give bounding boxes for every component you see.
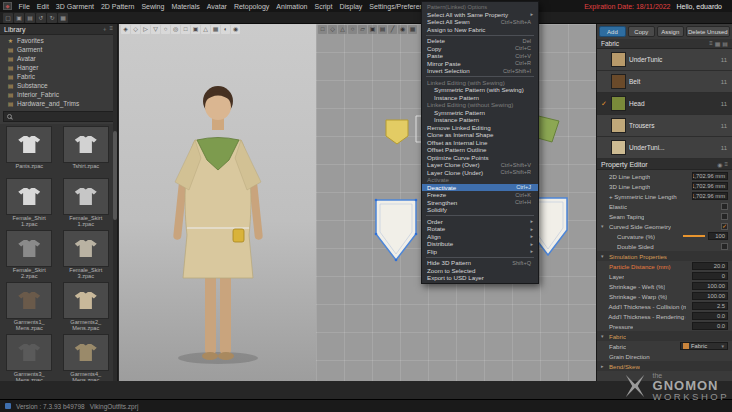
context-menu-item[interactable]: Export to USD Layer xyxy=(422,274,538,282)
property-row[interactable]: Layer 0 0▼ xyxy=(597,271,732,281)
library-tree-item[interactable]: ▤ Interior_Fabric xyxy=(0,90,117,99)
list-view-icon[interactable]: ≡ xyxy=(709,40,713,47)
curvature-slider[interactable] xyxy=(683,235,705,237)
property-row[interactable]: 3D Line Length 1,702.96 mm 1,702.96 mm▼ xyxy=(597,181,732,191)
context-menu-item[interactable]: Zoom to Selected xyxy=(422,267,538,275)
property-value-field[interactable]: 1,702.96 mm xyxy=(692,172,728,180)
fabric-row[interactable]: ✓ Head 11 xyxy=(597,93,732,115)
library-asset[interactable]: Female_Skirt 3.zpac xyxy=(59,230,114,280)
menu-item[interactable]: Materials xyxy=(168,3,203,10)
library-panel-header[interactable]: Library ＋≡ xyxy=(0,24,117,35)
tab-fabric[interactable]: Fabric xyxy=(601,40,619,47)
fabric-thumbnail[interactable] xyxy=(611,140,626,155)
grid-icon[interactable]: ▦ xyxy=(211,25,220,34)
grid-view-icon[interactable]: ▦ xyxy=(715,40,721,47)
show-garment-icon[interactable]: □ xyxy=(181,25,190,34)
rectangle-tool-icon[interactable]: ▣ xyxy=(368,25,377,34)
context-menu-item[interactable]: Offset Pattern Outline xyxy=(422,146,538,154)
fabric-row[interactable]: Belt 11 xyxy=(597,71,732,93)
viewport-3d[interactable]: ◈◇▷▽○◎□▣△▦◐◉ xyxy=(119,24,316,381)
camera-icon[interactable]: ◉ xyxy=(231,25,240,34)
library-asset[interactable]: Female_Skirt 1.zpac xyxy=(59,178,114,228)
context-menu-item[interactable]: Select All Sewn Ctrl+Shift+A xyxy=(422,18,538,26)
asset-thumbnail[interactable] xyxy=(63,230,109,267)
context-menu-item[interactable]: Deactivate Ctrl+J xyxy=(422,184,538,192)
select-tool-icon[interactable]: ◈ xyxy=(121,25,130,34)
menu-item[interactable]: File xyxy=(15,3,33,10)
menu-item[interactable]: Retopology xyxy=(230,3,272,10)
account-greeting[interactable]: Hello, eduardo xyxy=(676,3,722,10)
context-menu-item[interactable]: Paste Ctrl+V xyxy=(422,52,538,60)
context-menu-item[interactable]: Distribute ▸ xyxy=(422,240,538,248)
context-menu-item[interactable]: Symmetric Pattern xyxy=(422,109,538,117)
property-editor-header[interactable]: Property Editor ◉≡ xyxy=(597,159,732,170)
fabric-row[interactable]: UnderTunic 11 xyxy=(597,49,732,71)
checkbox[interactable]: ✓ xyxy=(721,223,728,230)
context-menu-item[interactable]: Instance Pattern xyxy=(422,116,538,124)
expander-icon[interactable]: ▾ xyxy=(601,253,606,259)
context-menu-item[interactable]: Activate xyxy=(422,176,538,184)
move-tool-icon[interactable]: ◇ xyxy=(131,25,140,34)
simulate-icon[interactable]: ▷ xyxy=(141,25,150,34)
fabric-thumbnail[interactable] xyxy=(611,118,626,133)
context-menu-item[interactable]: Offset as Internal Line xyxy=(422,139,538,147)
shade-icon[interactable]: ◐ xyxy=(221,25,230,34)
avatar-3d[interactable] xyxy=(133,40,303,370)
property-row[interactable]: Curvature (%) 100 100▼ xyxy=(597,231,732,241)
menu-item[interactable]: Script xyxy=(311,3,336,10)
context-menu-item[interactable]: Delete Del xyxy=(422,37,538,45)
library-search-input[interactable] xyxy=(3,111,114,122)
property-value-field[interactable]: 20.0 xyxy=(692,262,728,270)
library-tree-item[interactable]: ▤ Hardware_and_Trims xyxy=(0,99,117,108)
panel-menu-icon[interactable]: ≡ xyxy=(724,161,728,168)
context-menu-item[interactable]: Symmetric Pattern (with Sewing) xyxy=(422,86,538,94)
context-menu-item[interactable]: Assign to New Fabric xyxy=(422,26,538,34)
library-tree-item[interactable]: ▤ Fabric xyxy=(0,72,117,81)
property-row[interactable]: Double Sided ▼ xyxy=(597,241,732,251)
property-value-field[interactable]: 0.0 xyxy=(692,312,728,320)
fabric-select[interactable]: Fabric▼ xyxy=(680,342,728,350)
property-row[interactable]: Add'l Thickness - Rendering (mm) 0.0 0.0… xyxy=(597,311,732,321)
fabric-action-button[interactable]: Assign xyxy=(657,26,684,37)
expander-icon[interactable]: ▾ xyxy=(601,333,606,339)
fabric-action-button[interactable]: Add xyxy=(599,26,626,37)
fabric-action-button[interactable]: Copy xyxy=(628,26,655,37)
menu-item[interactable]: Animation xyxy=(273,3,311,10)
asset-thumbnail[interactable] xyxy=(6,126,52,163)
menu-item[interactable]: Avatar xyxy=(203,3,230,10)
library-asset[interactable]: Tshirt.zpac xyxy=(59,126,114,176)
asset-thumbnail[interactable] xyxy=(63,178,109,215)
context-menu-item[interactable]: Instance Pattern xyxy=(422,94,538,102)
context-menu-item[interactable]: Hide 3D Pattern Shift+Q xyxy=(422,259,538,267)
circle-tool-icon[interactable]: ○ xyxy=(348,25,357,34)
library-asset[interactable]: Female_Shirt 1.zpac xyxy=(2,178,57,228)
pin-icon[interactable]: ◉ xyxy=(717,161,722,168)
checkbox[interactable] xyxy=(721,213,728,220)
display-settings-icon[interactable]: ▦ xyxy=(58,13,68,23)
add-point-icon[interactable]: △ xyxy=(338,25,347,34)
fabric-thumbnail[interactable] xyxy=(611,74,626,89)
context-menu-item[interactable]: Clone as Internal Shape xyxy=(422,131,538,139)
library-tree-item[interactable]: ▤ Avatar xyxy=(0,54,117,63)
property-row[interactable]: Shrinkage - Weft (%) 100.00 100.00▼ xyxy=(597,281,732,291)
fabric-row[interactable]: UnderTuni... 11 xyxy=(597,137,732,159)
library-scrollbar[interactable] xyxy=(113,24,117,381)
asset-thumbnail[interactable] xyxy=(6,334,52,371)
fabric-row[interactable]: Trousers 11 xyxy=(597,115,732,137)
property-row[interactable]: 2D Line Length 1,702.96 mm 1,702.96 mm▼ xyxy=(597,171,732,181)
open-file-icon[interactable]: ▣ xyxy=(14,13,24,23)
context-menu-item[interactable]: Linked Editing (without Sewing) xyxy=(422,101,538,109)
context-menu-item[interactable]: Remove Linked Editing xyxy=(422,124,538,132)
property-row[interactable]: ▸ Bend/Skew ▼ xyxy=(597,361,732,371)
menu-item[interactable]: Display xyxy=(336,3,366,10)
zoom-tool-icon[interactable]: ○ xyxy=(161,25,170,34)
library-asset[interactable]: Pants.zpac xyxy=(2,126,57,176)
context-menu-item[interactable]: Solidify xyxy=(422,206,538,214)
property-value-field[interactable]: 1,702.96 mm xyxy=(692,192,728,200)
context-menu-item[interactable]: Mirror Paste Ctrl+R xyxy=(422,60,538,68)
context-menu-item[interactable]: Select All with Same Property ▸ xyxy=(422,11,538,19)
checkbox[interactable] xyxy=(721,243,728,250)
asset-thumbnail[interactable] xyxy=(63,282,109,319)
property-value-field[interactable]: 100.00 xyxy=(692,292,728,300)
library-tree-item[interactable]: ▤ Substance xyxy=(0,81,117,90)
